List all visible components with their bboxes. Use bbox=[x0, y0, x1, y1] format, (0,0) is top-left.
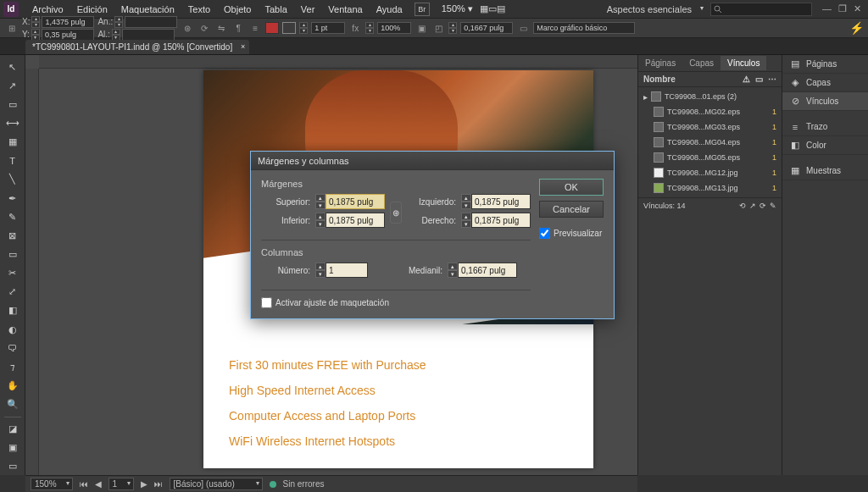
page-tool-icon[interactable]: ▭ bbox=[3, 96, 23, 113]
rotate-icon[interactable]: ⟳ bbox=[198, 21, 211, 35]
type-tool-icon[interactable]: T bbox=[3, 152, 23, 169]
frame-fit-icon[interactable]: ▭ bbox=[516, 21, 530, 35]
rectangle-frame-tool-icon[interactable]: ⊠ bbox=[3, 227, 23, 244]
ok-button[interactable]: OK bbox=[539, 179, 604, 196]
zoom-tool-icon[interactable]: 🔍 bbox=[3, 396, 23, 413]
link-row[interactable]: TC99908...MG13.jpg1 bbox=[638, 180, 782, 196]
menu-archivo[interactable]: Archivo bbox=[25, 1, 70, 18]
selection-tool-icon[interactable]: ↖ bbox=[3, 58, 23, 75]
arrange-icon[interactable]: ▤ bbox=[497, 3, 505, 14]
object-style-field[interactable]: Marco gráfico básico bbox=[533, 22, 635, 34]
menu-edicion[interactable]: Edición bbox=[70, 1, 114, 18]
hand-tool-icon[interactable]: ✋ bbox=[3, 377, 23, 394]
last-page-icon[interactable]: ⏭ bbox=[154, 479, 163, 489]
link-row[interactable]: TC99908...MG03.eps1 bbox=[638, 119, 782, 135]
align-icon[interactable]: ≡ bbox=[248, 21, 262, 35]
minimize-icon[interactable]: — bbox=[822, 3, 832, 14]
gap-tool-icon[interactable]: ⟷ bbox=[3, 114, 23, 131]
content-collector-tool-icon[interactable]: ▦ bbox=[3, 134, 23, 151]
panel-capas[interactable]: ◈Capas bbox=[782, 74, 868, 92]
link-row[interactable]: TC99908...MG04.eps1 bbox=[638, 135, 782, 150]
h-field[interactable] bbox=[122, 29, 175, 41]
maximize-icon[interactable]: ❐ bbox=[838, 3, 847, 14]
fill-swatch-icon[interactable] bbox=[265, 22, 279, 34]
free-transform-tool-icon[interactable]: ⤢ bbox=[3, 284, 23, 301]
menu-ver[interactable]: Ver bbox=[294, 1, 322, 18]
panel-tab-paginas[interactable]: Páginas bbox=[638, 56, 682, 70]
first-page-icon[interactable]: ⏮ bbox=[80, 479, 88, 489]
enable-layout-adjust-checkbox[interactable]: Activar ajuste de maquetación bbox=[261, 297, 531, 308]
top-margin-field[interactable]: 0,1875 pulg bbox=[326, 194, 385, 209]
pen-tool-icon[interactable]: ✒ bbox=[3, 190, 23, 207]
right-margin-field[interactable]: 0,1875 pulg bbox=[471, 213, 531, 228]
line-tool-icon[interactable]: ╲ bbox=[3, 171, 23, 188]
corner-radius-field[interactable]: 0,1667 pulg bbox=[460, 22, 513, 34]
preview-checkbox[interactable]: Previsualizar bbox=[539, 228, 604, 239]
wrap-icon[interactable]: ▣ bbox=[415, 21, 428, 35]
panel-paginas[interactable]: ▤Páginas bbox=[782, 55, 868, 74]
menu-texto[interactable]: Texto bbox=[181, 1, 217, 18]
constrain-icon[interactable]: ⊛ bbox=[181, 21, 194, 35]
panel-tab-vinculos[interactable]: Vínculos bbox=[721, 56, 766, 70]
x-field[interactable]: 1,4375 pulg bbox=[42, 16, 94, 28]
x-up[interactable]: ▴ bbox=[31, 16, 40, 22]
goto-link-icon[interactable]: ↗ bbox=[749, 202, 756, 210]
menu-ventana[interactable]: Ventana bbox=[321, 1, 369, 18]
close-tab-icon[interactable]: × bbox=[241, 42, 245, 51]
status-zoom[interactable]: 150% bbox=[31, 478, 73, 490]
edit-original-icon[interactable]: ✎ bbox=[770, 202, 776, 210]
bridge-icon[interactable]: Br bbox=[415, 3, 430, 16]
gradient-feather-tool-icon[interactable]: ◐ bbox=[3, 321, 23, 338]
view-mode-icon[interactable]: ▦ bbox=[480, 3, 488, 14]
links-header[interactable]: Nombre ⚠▭⋯ bbox=[638, 72, 782, 87]
reference-point-icon[interactable]: ⊞ bbox=[5, 21, 19, 35]
fill-stroke-icon[interactable]: ◪ bbox=[3, 421, 23, 438]
direct-selection-tool-icon[interactable]: ↗ bbox=[3, 77, 23, 94]
search-input[interactable] bbox=[710, 3, 812, 16]
next-page-icon[interactable]: ▶ bbox=[141, 479, 147, 489]
left-margin-field[interactable]: 0,1875 pulg bbox=[471, 194, 531, 209]
link-margins-icon[interactable]: ⊛ bbox=[390, 202, 402, 224]
workspace-switcher[interactable]: Aspectos esenciales bbox=[602, 3, 705, 16]
quick-apply-icon[interactable]: ⚡ bbox=[849, 21, 863, 35]
stroke-swatch-icon[interactable] bbox=[282, 22, 296, 34]
document-tab[interactable]: *TC9990801-LAYOUT-PI1.indd @ 150% [Conve… bbox=[25, 40, 249, 54]
menu-ayuda[interactable]: Ayuda bbox=[370, 1, 409, 18]
update-link-icon[interactable]: ⟳ bbox=[760, 202, 766, 210]
menu-tabla[interactable]: Tabla bbox=[258, 1, 293, 18]
scissors-tool-icon[interactable]: ✂ bbox=[3, 265, 23, 282]
panel-color[interactable]: ◧Color bbox=[782, 136, 868, 155]
relink-icon[interactable]: ⟲ bbox=[739, 202, 746, 210]
zoom-display[interactable]: 150% ▾ bbox=[442, 3, 473, 14]
apply-color-icon[interactable]: ▣ bbox=[3, 439, 23, 456]
corner-icon[interactable]: ◰ bbox=[431, 21, 445, 35]
prev-page-icon[interactable]: ◀ bbox=[95, 479, 102, 489]
rectangle-tool-icon[interactable]: ▭ bbox=[3, 246, 23, 263]
panel-trazo[interactable]: ≡Trazo bbox=[782, 118, 868, 136]
gradient-swatch-tool-icon[interactable]: ◧ bbox=[3, 302, 23, 319]
number-field[interactable]: 1 bbox=[326, 263, 368, 278]
close-icon[interactable]: ✕ bbox=[854, 3, 861, 14]
y-field[interactable]: 0,35 pulg bbox=[42, 29, 94, 41]
gutter-field[interactable]: 0,1667 pulg bbox=[458, 263, 517, 278]
panel-muestras[interactable]: ▦Muestras bbox=[782, 162, 868, 180]
link-row[interactable]: ▸TC99908...01.eps (2) bbox=[638, 89, 782, 104]
cancel-button[interactable]: Cancelar bbox=[539, 201, 604, 218]
panel-tab-capas[interactable]: Capas bbox=[682, 56, 721, 70]
pencil-tool-icon[interactable]: ✎ bbox=[3, 208, 23, 225]
link-row[interactable]: TC99908...MG12.jpg1 bbox=[638, 165, 782, 180]
link-row[interactable]: TC99908...MG05.eps1 bbox=[638, 150, 782, 165]
menu-objeto[interactable]: Objeto bbox=[217, 1, 258, 18]
status-style[interactable]: [Básico] (usado) bbox=[170, 478, 263, 490]
flip-h-icon[interactable]: ⇋ bbox=[214, 21, 228, 35]
opacity-field[interactable]: 100% bbox=[377, 22, 411, 34]
fx-icon[interactable]: fx bbox=[348, 21, 362, 35]
screen-mode-icon[interactable]: ▭ bbox=[488, 3, 497, 14]
w-field[interactable] bbox=[125, 16, 177, 28]
view-mode-normal-icon[interactable]: ▭ bbox=[3, 458, 23, 475]
x-down[interactable]: ▾ bbox=[31, 22, 40, 28]
menu-maquetacion[interactable]: Maquetación bbox=[114, 1, 181, 18]
stroke-weight-field[interactable]: 1 pt bbox=[311, 22, 345, 34]
paragraph-icon[interactable]: ¶ bbox=[231, 21, 245, 35]
bottom-margin-field[interactable]: 0,1875 pulg bbox=[326, 213, 385, 228]
